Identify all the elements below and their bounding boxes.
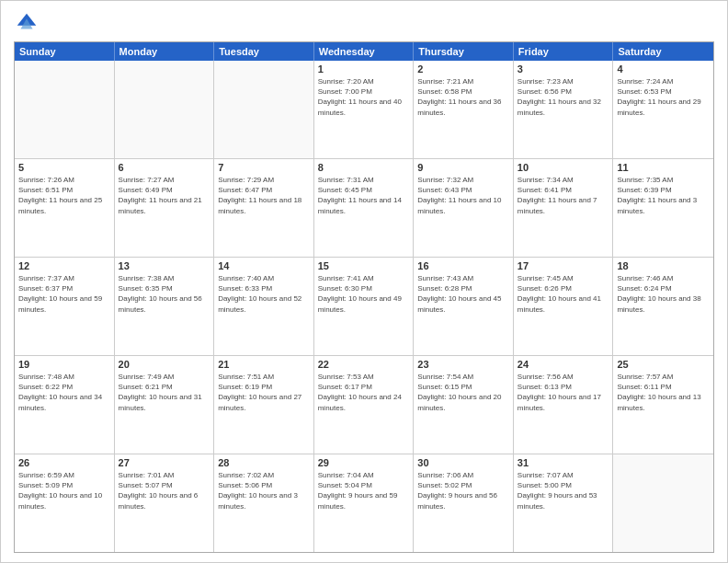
cal-cell: 26Sunrise: 6:59 AMSunset: 5:09 PMDayligh…: [15, 454, 115, 552]
cal-cell: 24Sunrise: 7:56 AMSunset: 6:13 PMDayligh…: [514, 356, 614, 454]
cal-cell: 3Sunrise: 7:23 AMSunset: 6:56 PMDaylight…: [514, 61, 614, 158]
cal-cell: 1Sunrise: 7:20 AMSunset: 7:00 PMDaylight…: [314, 61, 415, 158]
cal-cell: 30Sunrise: 7:06 AMSunset: 5:02 PMDayligh…: [414, 454, 514, 552]
day-number: 23: [417, 359, 509, 370]
header-cell-thursday: Thursday: [414, 42, 514, 61]
header-cell-tuesday: Tuesday: [214, 42, 314, 61]
cal-cell: 21Sunrise: 7:51 AMSunset: 6:19 PMDayligh…: [214, 356, 314, 454]
day-info: Sunrise: 7:24 AMSunset: 6:53 PMDaylight:…: [617, 76, 710, 118]
cal-cell: 11Sunrise: 7:35 AMSunset: 6:39 PMDayligh…: [613, 159, 713, 257]
day-number: 17: [518, 260, 609, 271]
calendar-body: 1Sunrise: 7:20 AMSunset: 7:00 PMDaylight…: [15, 61, 713, 552]
day-info: Sunrise: 7:51 AMSunset: 6:19 PMDaylight:…: [218, 372, 310, 413]
cal-cell: 28Sunrise: 7:02 AMSunset: 5:06 PMDayligh…: [214, 454, 314, 552]
cal-cell: 10Sunrise: 7:34 AMSunset: 6:41 PMDayligh…: [514, 159, 614, 257]
day-number: 26: [18, 457, 110, 468]
day-number: 11: [617, 162, 710, 173]
day-number: 9: [417, 162, 509, 173]
header-cell-monday: Monday: [115, 42, 215, 61]
day-info: Sunrise: 7:23 AMSunset: 6:56 PMDaylight:…: [518, 76, 609, 118]
day-info: Sunrise: 7:29 AMSunset: 6:47 PMDaylight:…: [218, 175, 310, 216]
cal-cell: 16Sunrise: 7:43 AMSunset: 6:28 PMDayligh…: [414, 258, 514, 355]
day-number: 7: [218, 162, 310, 173]
day-number: 20: [119, 359, 210, 370]
week-row-5: 26Sunrise: 6:59 AMSunset: 5:09 PMDayligh…: [15, 454, 713, 552]
day-number: 10: [518, 162, 609, 173]
week-row-3: 12Sunrise: 7:37 AMSunset: 6:37 PMDayligh…: [15, 258, 713, 356]
cal-cell: [15, 61, 115, 158]
calendar: SundayMondayTuesdayWednesdayThursdayFrid…: [14, 41, 714, 553]
day-info: Sunrise: 7:02 AMSunset: 5:06 PMDaylight:…: [218, 470, 310, 511]
header: [14, 10, 714, 36]
day-number: 29: [318, 457, 410, 468]
cal-cell: 18Sunrise: 7:46 AMSunset: 6:24 PMDayligh…: [613, 258, 713, 355]
day-number: 31: [518, 457, 609, 468]
cal-cell: 12Sunrise: 7:37 AMSunset: 6:37 PMDayligh…: [15, 258, 115, 355]
day-number: 12: [18, 260, 110, 271]
day-info: Sunrise: 7:40 AMSunset: 6:33 PMDaylight:…: [218, 273, 310, 315]
cal-cell: 27Sunrise: 7:01 AMSunset: 5:07 PMDayligh…: [115, 454, 215, 552]
day-info: Sunrise: 7:32 AMSunset: 6:43 PMDaylight:…: [417, 175, 509, 216]
day-info: Sunrise: 7:27 AMSunset: 6:49 PMDaylight:…: [119, 175, 210, 216]
day-info: Sunrise: 7:53 AMSunset: 6:17 PMDaylight:…: [318, 372, 410, 413]
day-number: 27: [119, 457, 210, 468]
day-info: Sunrise: 7:57 AMSunset: 6:11 PMDaylight:…: [617, 372, 710, 413]
day-info: Sunrise: 7:35 AMSunset: 6:39 PMDaylight:…: [617, 175, 710, 216]
cal-cell: 29Sunrise: 7:04 AMSunset: 5:04 PMDayligh…: [314, 454, 415, 552]
day-info: Sunrise: 7:31 AMSunset: 6:45 PMDaylight:…: [318, 175, 410, 216]
cal-cell: 25Sunrise: 7:57 AMSunset: 6:11 PMDayligh…: [613, 356, 713, 454]
day-info: Sunrise: 7:56 AMSunset: 6:13 PMDaylight:…: [518, 372, 609, 413]
day-info: Sunrise: 7:38 AMSunset: 6:35 PMDaylight:…: [119, 273, 210, 315]
day-info: Sunrise: 6:59 AMSunset: 5:09 PMDaylight:…: [18, 470, 110, 511]
cal-cell: 8Sunrise: 7:31 AMSunset: 6:45 PMDaylight…: [314, 159, 415, 257]
cal-cell: [613, 454, 713, 552]
day-number: 2: [417, 63, 509, 75]
cal-cell: 31Sunrise: 7:07 AMSunset: 5:00 PMDayligh…: [514, 454, 614, 552]
header-cell-saturday: Saturday: [613, 42, 713, 61]
day-number: 28: [218, 457, 310, 468]
day-info: Sunrise: 7:21 AMSunset: 6:58 PMDaylight:…: [417, 76, 509, 118]
day-info: Sunrise: 7:04 AMSunset: 5:04 PMDaylight:…: [318, 470, 410, 511]
header-cell-friday: Friday: [514, 42, 614, 61]
cal-cell: [115, 61, 215, 158]
day-info: Sunrise: 7:37 AMSunset: 6:37 PMDaylight:…: [18, 273, 110, 315]
cal-cell: 2Sunrise: 7:21 AMSunset: 6:58 PMDaylight…: [414, 61, 514, 158]
cal-cell: 9Sunrise: 7:32 AMSunset: 6:43 PMDaylight…: [414, 159, 514, 257]
day-number: 24: [518, 359, 609, 370]
day-number: 1: [318, 63, 410, 75]
cal-cell: 13Sunrise: 7:38 AMSunset: 6:35 PMDayligh…: [115, 258, 215, 355]
day-info: Sunrise: 7:54 AMSunset: 6:15 PMDaylight:…: [417, 372, 509, 413]
cal-cell: 19Sunrise: 7:48 AMSunset: 6:22 PMDayligh…: [15, 356, 115, 454]
day-info: Sunrise: 7:07 AMSunset: 5:00 PMDaylight:…: [518, 470, 609, 511]
day-number: 21: [218, 359, 310, 370]
day-number: 30: [417, 457, 509, 468]
day-info: Sunrise: 7:49 AMSunset: 6:21 PMDaylight:…: [119, 372, 210, 413]
week-row-2: 5Sunrise: 7:26 AMSunset: 6:51 PMDaylight…: [15, 159, 713, 258]
week-row-4: 19Sunrise: 7:48 AMSunset: 6:22 PMDayligh…: [15, 356, 713, 454]
day-info: Sunrise: 7:45 AMSunset: 6:26 PMDaylight:…: [518, 273, 609, 315]
day-number: 19: [18, 359, 110, 370]
header-cell-sunday: Sunday: [15, 42, 115, 61]
logo-icon: [14, 10, 40, 36]
day-number: 16: [417, 260, 509, 271]
day-info: Sunrise: 7:48 AMSunset: 6:22 PMDaylight:…: [18, 372, 110, 413]
cal-cell: 7Sunrise: 7:29 AMSunset: 6:47 PMDaylight…: [214, 159, 314, 257]
week-row-1: 1Sunrise: 7:20 AMSunset: 7:00 PMDaylight…: [15, 61, 713, 159]
header-cell-wednesday: Wednesday: [314, 42, 415, 61]
logo: [14, 10, 43, 36]
cal-cell: 6Sunrise: 7:27 AMSunset: 6:49 PMDaylight…: [115, 159, 215, 257]
cal-cell: 5Sunrise: 7:26 AMSunset: 6:51 PMDaylight…: [15, 159, 115, 257]
cal-cell: [214, 61, 314, 158]
day-number: 25: [617, 359, 710, 370]
day-number: 5: [18, 162, 110, 173]
cal-cell: 15Sunrise: 7:41 AMSunset: 6:30 PMDayligh…: [314, 258, 415, 355]
day-info: Sunrise: 7:06 AMSunset: 5:02 PMDaylight:…: [417, 470, 509, 511]
cal-cell: 20Sunrise: 7:49 AMSunset: 6:21 PMDayligh…: [115, 356, 215, 454]
day-number: 15: [318, 260, 410, 271]
day-number: 22: [318, 359, 410, 370]
cal-cell: 23Sunrise: 7:54 AMSunset: 6:15 PMDayligh…: [414, 356, 514, 454]
day-number: 18: [617, 260, 710, 271]
cal-cell: 14Sunrise: 7:40 AMSunset: 6:33 PMDayligh…: [214, 258, 314, 355]
cal-cell: 4Sunrise: 7:24 AMSunset: 6:53 PMDaylight…: [613, 61, 713, 158]
day-number: 14: [218, 260, 310, 271]
